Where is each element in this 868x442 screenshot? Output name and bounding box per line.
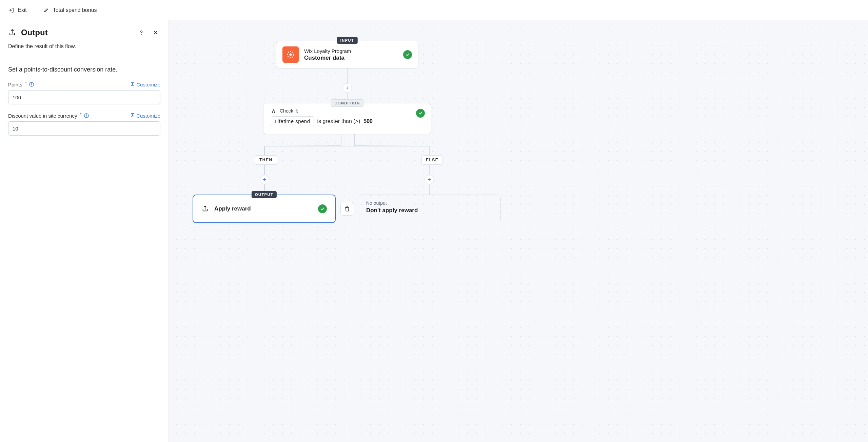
- sigma-icon: Σ: [131, 113, 135, 119]
- points-field: Points * Σ Customize: [8, 81, 160, 104]
- check-icon: [403, 50, 412, 59]
- svg-point-18: [272, 112, 273, 113]
- svg-point-19: [274, 112, 275, 113]
- condition-node[interactable]: CONDITION Check if: Lifetime spend is gr…: [263, 103, 431, 134]
- condition-operator: is greater than (>): [317, 118, 360, 124]
- condition-value: 500: [363, 118, 373, 124]
- exit-label: Exit: [18, 7, 27, 13]
- exit-icon: [8, 7, 14, 13]
- output-panel: Output Define the result of this flow. S…: [0, 20, 169, 442]
- top-bar: Exit Total spend bonus: [0, 0, 868, 20]
- delete-output-button[interactable]: [340, 202, 354, 216]
- else-node[interactable]: No output Don't apply reward: [358, 195, 501, 223]
- svg-line-14: [264, 146, 341, 146]
- input-node-app-name: Wix Loyalty Program: [304, 48, 351, 54]
- exit-button[interactable]: Exit: [8, 5, 35, 16]
- svg-point-17: [290, 54, 292, 56]
- discount-input[interactable]: [8, 121, 160, 136]
- help-icon: [138, 29, 145, 36]
- svg-point-0: [141, 34, 142, 35]
- check-if-label: Check if:: [280, 108, 298, 114]
- output-icon: [8, 28, 16, 37]
- discount-field: Discount value in site currency * Σ Cust…: [8, 113, 160, 136]
- help-button[interactable]: [137, 28, 146, 37]
- check-icon: [318, 204, 327, 213]
- loyalty-app-icon: [282, 46, 299, 63]
- else-node-label: Don't apply reward: [366, 207, 492, 214]
- pencil-icon: [43, 7, 49, 13]
- svg-point-3: [31, 83, 32, 84]
- input-badge: INPUT: [337, 37, 358, 44]
- output-badge: OUTPUT: [252, 191, 277, 198]
- output-panel-subtitle: Define the result of this flow.: [8, 43, 160, 49]
- points-input[interactable]: [8, 90, 160, 104]
- output-icon: [201, 205, 209, 213]
- flow-canvas[interactable]: INPUT Wix Loyalty Program Customer data: [169, 20, 868, 442]
- points-customize-link[interactable]: Customize: [136, 82, 160, 87]
- svg-point-6: [86, 115, 87, 115]
- info-icon[interactable]: [84, 113, 89, 118]
- flow-title-area[interactable]: Total spend bonus: [43, 7, 97, 13]
- output-panel-header: Output Define the result of this flow.: [0, 20, 169, 57]
- output-node[interactable]: OUTPUT Apply reward: [193, 195, 336, 223]
- main-layout: Output Define the result of this flow. S…: [0, 20, 868, 442]
- close-panel-button[interactable]: [151, 28, 160, 37]
- flow-title: Total spend bonus: [53, 7, 97, 13]
- condition-field-pill: Lifetime spend: [271, 116, 314, 126]
- input-node[interactable]: INPUT Wix Loyalty Program Customer data: [276, 41, 418, 68]
- connectors: [169, 20, 868, 442]
- else-label: ELSE: [421, 155, 443, 165]
- add-step-then-button[interactable]: +: [260, 175, 269, 184]
- add-step-button[interactable]: +: [342, 83, 352, 93]
- required-asterisk: *: [25, 80, 27, 86]
- output-panel-body: Set a points-to-discount conversion rate…: [0, 57, 169, 144]
- close-icon: [152, 29, 159, 36]
- add-step-else-button[interactable]: +: [425, 175, 434, 184]
- check-icon: [416, 109, 425, 118]
- else-node-subtitle: No output: [366, 200, 492, 206]
- input-node-data-name: Customer data: [304, 55, 351, 61]
- points-label: Points: [8, 82, 22, 87]
- required-asterisk: *: [80, 112, 81, 117]
- section-heading: Set a points-to-discount conversion rate…: [8, 66, 160, 73]
- output-node-label: Apply reward: [214, 205, 251, 212]
- info-icon[interactable]: [29, 82, 34, 87]
- svg-line-15: [354, 146, 429, 146]
- condition-badge: CONDITION: [331, 99, 363, 107]
- sigma-icon: Σ: [131, 81, 135, 87]
- discount-label: Discount value in site currency: [8, 113, 77, 119]
- split-icon: [271, 108, 276, 114]
- discount-customize-link[interactable]: Customize: [136, 113, 160, 119]
- then-label: THEN: [255, 155, 277, 165]
- trash-icon: [344, 206, 350, 212]
- output-panel-title: Output: [21, 28, 48, 37]
